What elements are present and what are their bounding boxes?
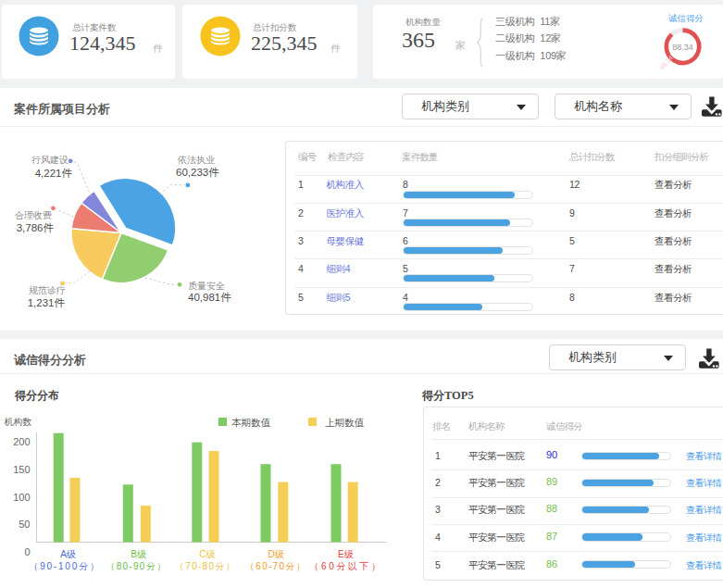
svg-text:200: 200 — [13, 436, 30, 447]
svg-text:50: 50 — [19, 519, 30, 530]
svg-text:100: 100 — [13, 492, 30, 503]
svg-text:150: 150 — [13, 464, 30, 475]
svg-text:88.34: 88.34 — [672, 42, 693, 51]
